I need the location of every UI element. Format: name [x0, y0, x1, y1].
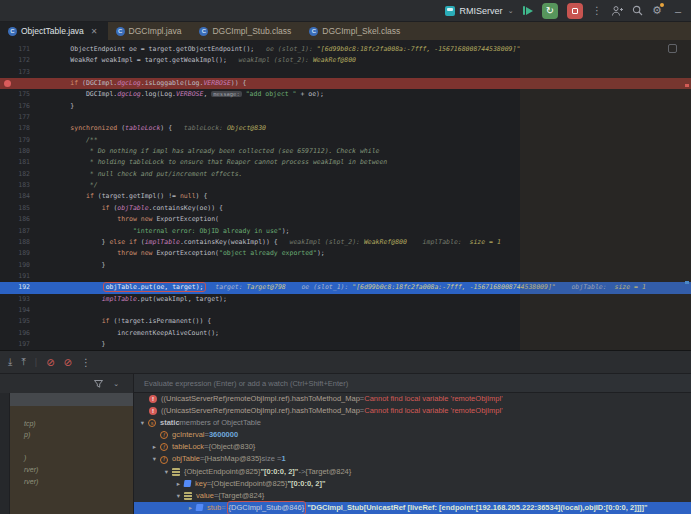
code-line[interactable]: 178 synchronized (tableLock) { tableLock…: [0, 123, 691, 134]
line-number[interactable]: 178: [0, 123, 30, 134]
tree-row[interactable]: ▸key = {ObjectEndpoint@825} "[0:0:0, 2]": [134, 478, 691, 490]
line-number[interactable]: 197: [0, 339, 30, 350]
code-editor[interactable]: 171 ObjectEndpoint oe = target.getObject…: [0, 40, 691, 350]
tree-row[interactable]: ▸stub = {DGCImpl_Stub@846} "DGCImpl_Stub…: [134, 502, 691, 514]
tab-dgcimpl-java[interactable]: CDGCImpl.java: [108, 22, 192, 40]
line-number[interactable]: 182: [0, 169, 30, 180]
tree-row[interactable]: ▸ftableLock = {Object@830}: [134, 441, 691, 453]
code-line[interactable]: 192 objTable.put(oe, target); target: Ta…: [0, 282, 691, 293]
line-number[interactable]: 186: [0, 214, 30, 225]
code-line[interactable]: 187 "internal error: ObjID already in us…: [0, 226, 691, 237]
chevron-down-icon[interactable]: ⌄: [113, 380, 119, 388]
code-line[interactable]: 193 implTable.put(weakImpl, target);: [0, 294, 691, 305]
expander-icon[interactable]: ▸: [173, 478, 184, 490]
line-number[interactable]: 190: [0, 260, 30, 271]
frame-row[interactable]: tcp): [10, 418, 133, 430]
line-number[interactable]: 192: [0, 282, 30, 293]
line-number[interactable]: 184: [0, 191, 30, 202]
code-line[interactable]: 184 if (target.getImpl() != null) {: [0, 191, 691, 202]
line-number[interactable]: 173: [0, 67, 30, 78]
tab-objecttable-java[interactable]: CObjectTable.java✕: [0, 22, 108, 40]
frame-row[interactable]: ): [10, 452, 133, 464]
line-number[interactable]: 187: [0, 226, 30, 237]
search-icon[interactable]: [632, 5, 643, 16]
line-number[interactable]: 171: [0, 44, 30, 55]
tree-row[interactable]: fgcInterval = 3600000: [134, 429, 691, 441]
expander-icon[interactable]: ▸: [149, 441, 160, 453]
line-number[interactable]: 183: [0, 180, 30, 191]
line-number[interactable]: 172: [0, 55, 30, 66]
filter-funnel-icon[interactable]: [94, 380, 103, 388]
minimize-icon[interactable]: –: [675, 5, 681, 17]
expander-icon[interactable]: ▾: [149, 453, 160, 465]
line-number[interactable]: 175: [0, 89, 30, 100]
code-line[interactable]: 182 * null check and put/increment effec…: [0, 169, 691, 180]
line-number[interactable]: 195: [0, 316, 30, 327]
tree-row[interactable]: ▾fobjTable = {HashMap@835} size = 1: [134, 453, 691, 465]
code-line[interactable]: 177: [0, 112, 691, 123]
code-line[interactable]: 183 */: [0, 180, 691, 191]
frame-row-selected[interactable]: [10, 393, 133, 406]
code-line[interactable]: 185 if (objTable.containsKey(oe)) {: [0, 203, 691, 214]
code-line[interactable]: 172 WeakRef weakImpl = target.getWeakImp…: [0, 55, 691, 66]
more-icon[interactable]: ⋮: [81, 357, 91, 368]
inspection-widget-icon[interactable]: [668, 44, 677, 53]
frame-row[interactable]: [10, 441, 133, 453]
line-number[interactable]: 196: [0, 328, 30, 339]
mute-watches-icon[interactable]: ⊘: [64, 357, 72, 368]
code-line[interactable]: 173: [0, 67, 691, 78]
rerun-button[interactable]: ↻: [542, 3, 558, 19]
tab-dgcimpl-skel-class[interactable]: CDGCImpl_Skel.class: [301, 22, 410, 40]
code-line[interactable]: 188 } else if (implTable.containsKey(wea…: [0, 237, 691, 248]
step-out-icon[interactable]: ⤒: [21, 356, 25, 368]
code-line[interactable]: 171 ObjectEndpoint oe = target.getObject…: [0, 44, 691, 55]
more-icon[interactable]: ⋮: [592, 5, 602, 16]
mute-breakpoints-icon[interactable]: ⊘: [46, 357, 54, 368]
frame-row[interactable]: [10, 406, 133, 418]
settings-gear-icon[interactable]: ⚙: [652, 4, 662, 17]
line-number[interactable]: 191: [0, 271, 30, 282]
evaluate-expression-input[interactable]: Evaluate expression (Enter) or add a wat…: [133, 374, 691, 393]
line-number[interactable]: 177: [0, 112, 30, 123]
debug-resume-icon[interactable]: [523, 6, 534, 15]
code-line[interactable]: 175 DGCImpl.dgcLog.log(Log.VERBOSE, mess…: [0, 89, 691, 100]
code-line[interactable]: 196 incrementKeepAliveCount();: [0, 328, 691, 339]
tree-row[interactable]: !((UnicastServerRef)remoteObjImpl.ref).h…: [134, 393, 691, 405]
tree-row[interactable]: ▾{ObjectEndpoint@825} "[0:0:0, 2]" -> {T…: [134, 466, 691, 478]
code-line[interactable]: 191: [0, 271, 691, 282]
line-number[interactable]: 176: [0, 101, 30, 112]
run-configuration-selector[interactable]: RMIServer ⌄: [445, 6, 514, 16]
expander-icon[interactable]: ▾: [161, 466, 172, 478]
breakpoint-icon[interactable]: [4, 80, 11, 87]
code-line[interactable]: 197 }: [0, 339, 691, 350]
code-line[interactable]: 190 }: [0, 260, 691, 271]
code-line[interactable]: if (DGCImpl.dgcLog.isLoggable(Log.VERBOS…: [0, 78, 691, 89]
code-line[interactable]: 189 throw new ExportException("object al…: [0, 248, 691, 259]
tab-dgcimpl-stub-class[interactable]: CDGCImpl_Stub.class: [191, 22, 301, 40]
add-user-icon[interactable]: [611, 5, 623, 17]
close-icon[interactable]: ✕: [91, 27, 98, 36]
line-number[interactable]: 194: [0, 305, 30, 316]
frame-row[interactable]: rver): [10, 476, 133, 488]
code-line[interactable]: 194: [0, 305, 691, 316]
stop-button[interactable]: [567, 3, 583, 19]
tree-row[interactable]: ▾sstatic members of ObjectTable: [134, 417, 691, 429]
code-line[interactable]: 179 /**: [0, 135, 691, 146]
step-into-icon[interactable]: ⤓: [8, 356, 12, 368]
code-line[interactable]: 180 * Do nothing if impl has already bee…: [0, 146, 691, 157]
frame-row[interactable]: p): [10, 429, 133, 441]
code-line[interactable]: 186 throw new ExportException(: [0, 214, 691, 225]
tree-row[interactable]: !((UnicastServerRef)remoteObjImpl.ref).h…: [134, 405, 691, 417]
line-number[interactable]: 185: [0, 203, 30, 214]
tree-row[interactable]: ▾value = {Target@824}: [134, 490, 691, 502]
line-number[interactable]: 179: [0, 135, 30, 146]
code-line[interactable]: 181 * holding tableLock to ensure that R…: [0, 157, 691, 168]
expander-icon[interactable]: ▾: [173, 490, 184, 502]
line-number[interactable]: 188: [0, 237, 30, 248]
frame-row[interactable]: rver): [10, 464, 133, 476]
code-line[interactable]: 176 }: [0, 101, 691, 112]
expander-icon[interactable]: ▾: [137, 417, 148, 429]
expander-icon[interactable]: ▸: [185, 502, 196, 514]
line-number[interactable]: 180: [0, 146, 30, 157]
line-number[interactable]: 189: [0, 248, 30, 259]
